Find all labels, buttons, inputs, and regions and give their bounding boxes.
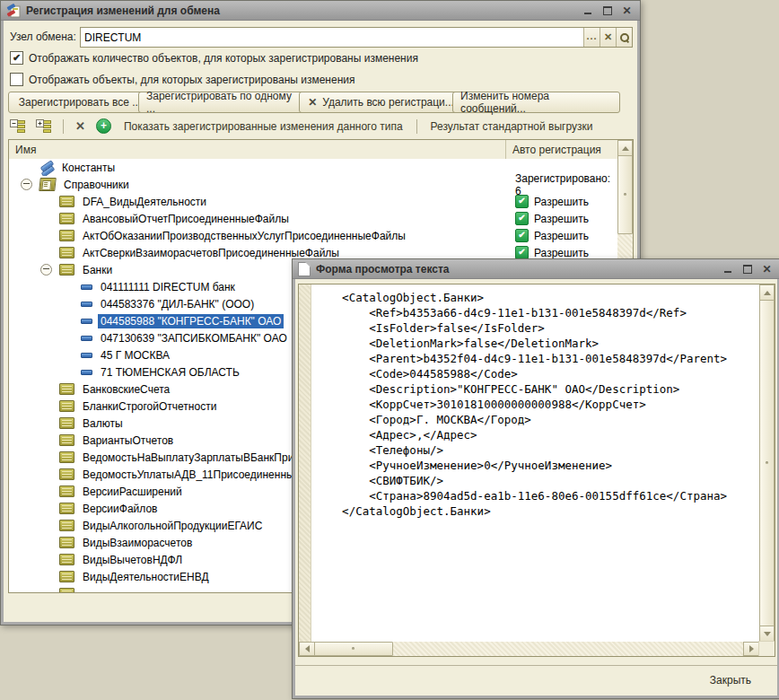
tree-name-cell: ВерсииФайлов <box>9 500 160 517</box>
exchange-node-input[interactable] <box>81 28 583 47</box>
tree-item-label: ВидыВычетовНДФЛ <box>80 553 185 567</box>
folder-icon <box>59 230 74 241</box>
tree-item-label: ВедомостьНаВыплатуЗарплатыВБанкПрисоеди <box>80 451 326 465</box>
xml-line: </CatalogObject.Банки> <box>315 503 759 519</box>
folder-icon <box>59 264 74 276</box>
tree-item-label: Банки <box>80 263 115 277</box>
folder-icon <box>59 537 74 548</box>
show-registered-changes-button[interactable]: Показать зарегистрированные изменения да… <box>120 118 407 136</box>
scroll-up-icon[interactable] <box>617 140 633 156</box>
expander-minus-icon[interactable] <box>21 179 32 190</box>
tree-name-cell: 041111111 DIRECTUM банк <box>9 278 238 295</box>
scroll-up-icon[interactable] <box>759 284 775 301</box>
xml-line: <КоррСчет>30101810000000000988</КоррСчет… <box>315 397 759 412</box>
auto-reg-value: Разрешить <box>534 213 589 225</box>
xml-line: <DeletionMark>false</DeletionMark> <box>315 336 759 351</box>
xml-line: <CatalogObject.Банки> <box>315 290 759 305</box>
minimize-icon[interactable] <box>582 4 593 16</box>
tree-item-label: 041111111 DIRECTUM банк <box>98 280 238 294</box>
close-icon[interactable] <box>761 263 773 275</box>
change-message-numbers-button[interactable]: Изменить номера сообщений... <box>452 92 620 113</box>
document-icon <box>298 262 311 276</box>
tree-scrollbar-thumb[interactable] <box>617 155 633 234</box>
folder-icon <box>59 400 74 412</box>
allow-check-icon <box>515 212 529 225</box>
register-one-button[interactable]: Зарегистрировать по одному ... <box>138 92 311 113</box>
maximize-icon[interactable] <box>601 4 613 16</box>
register-all-label: Зарегистрировать все ... <box>19 96 142 109</box>
main-window-title: Регистрация изменений для обмена <box>26 4 576 17</box>
show-objects-row: Отображать объекты, для которых зарегист… <box>10 73 355 86</box>
register-one-label: Зарегистрировать по одному ... <box>146 90 302 115</box>
table-row[interactable]: АвансовыйОтчетПрисоединенныеФайлыРазреши… <box>9 210 617 227</box>
add-circle-icon <box>96 118 111 134</box>
exchange-node-label: Узел обмена: <box>10 31 76 43</box>
open-button[interactable] <box>616 28 632 47</box>
text-horizontal-scrollbar[interactable] <box>299 642 759 656</box>
tree-item-label: АвансовыйОтчетПрисоединенныеФайлы <box>80 212 292 226</box>
collapse-all-button[interactable] <box>8 118 27 136</box>
show-count-checkbox[interactable] <box>10 51 23 65</box>
xml-text[interactable]: <CatalogObject.Банки> <Ref>b4353a66-d4c9… <box>311 284 759 642</box>
xml-line: <Description>"КОНГРЕСС-БАНК" ОАО</Descri… <box>315 381 759 397</box>
column-header-auto-reg[interactable]: Авто регистрация <box>506 140 617 159</box>
allow-check-icon <box>515 246 529 259</box>
column-header-name[interactable]: Имя <box>9 140 506 159</box>
xml-line: <Code>044585988</Code> <box>315 366 759 381</box>
add-registration-button[interactable] <box>94 118 113 136</box>
table-row[interactable]: АктОбОказанииПроизводственныхУслугПрисое… <box>9 227 617 244</box>
tree-item-label: 044583376 "ДИЛ-БАНК" (ООО) <box>98 297 257 311</box>
dash-icon <box>81 302 92 307</box>
text-hscroll-thumb[interactable] <box>314 642 393 656</box>
allow-check-icon <box>515 229 529 242</box>
register-all-button[interactable]: Зарегистрировать все ... <box>8 92 152 113</box>
xml-line: <Адрес>,</Адрес> <box>315 427 759 442</box>
choose-button[interactable] <box>583 28 600 47</box>
auto-reg-value: Разрешить <box>534 196 589 208</box>
folder-icon <box>59 417 74 429</box>
command-bar-separator <box>295 665 777 666</box>
xml-line: <Страна>8904ad5d-ea1b-11e6-80e6-00155dff… <box>315 488 759 503</box>
delete-all-registration-button[interactable]: Удалить всю регистраци... <box>299 92 463 113</box>
dash-icon <box>81 370 92 375</box>
close-icon[interactable] <box>621 4 633 16</box>
expander-minus-icon[interactable] <box>40 264 52 276</box>
scroll-right-icon[interactable] <box>743 642 759 656</box>
scroll-down-icon[interactable] <box>759 626 775 642</box>
table-row[interactable]: DFA_ВидыДеятельностиРазрешить <box>9 193 617 210</box>
text-window-title: Форма просмотра текста <box>316 263 716 276</box>
text-vertical-scrollbar[interactable] <box>759 284 775 642</box>
expand-all-button[interactable] <box>34 118 53 136</box>
text-vscroll-thumb[interactable] <box>759 300 775 626</box>
close-text-window-button[interactable]: Закрыть <box>705 671 757 689</box>
folder-icon <box>59 247 74 258</box>
constants-icon <box>39 162 54 174</box>
tree-name-cell: DFA_ВидыДеятельности <box>9 193 209 210</box>
dash-icon <box>81 319 92 324</box>
tree-item-label: ВедомостьУплатыАДВ_11ПрисоединенныеФай <box>80 468 323 482</box>
xml-textarea[interactable]: <CatalogObject.Банки> <Ref>b4353a66-d4c9… <box>298 284 775 657</box>
main-titlebar[interactable]: Регистрация изменений для обмена <box>1 1 640 21</box>
standard-export-result-button[interactable]: Результат стандартной выгрузки <box>427 118 597 136</box>
folder-icon <box>59 213 74 224</box>
show-objects-checkbox[interactable] <box>10 73 23 86</box>
tree-name-cell: ВидыВзаиморасчетов <box>9 534 195 551</box>
xml-line: <Телефоны/> <box>315 442 759 458</box>
maximize-icon[interactable] <box>741 263 753 275</box>
table-row[interactable]: СправочникиЗарегистрировано: 6 <box>9 176 617 193</box>
tree-item-label: ВерсииРасширений <box>80 485 185 499</box>
toolbar-separator-2 <box>416 119 417 134</box>
tree-item-label: БанковскиеСчета <box>80 382 172 397</box>
tree-item-label: 047130639 "ЗАПСИБКОМБАНК" ОАО <box>98 331 290 346</box>
tree-name-cell: БанковскиеСчета <box>9 381 172 398</box>
tree-toolbar: Показать зарегистрированные изменения да… <box>8 116 631 136</box>
delete-registration-icon[interactable] <box>74 118 87 136</box>
editor-gutter <box>299 284 311 642</box>
xml-line: <РучноеИзменение>0</РучноеИзменение> <box>315 458 759 473</box>
clear-button[interactable] <box>600 28 616 47</box>
scroll-left-icon[interactable] <box>299 642 315 656</box>
collapse-all-icon <box>10 119 25 133</box>
minimize-icon[interactable] <box>722 263 733 275</box>
tree-name-cell: 044583376 "ДИЛ-БАНК" (ООО) <box>9 295 257 312</box>
text-window-titlebar[interactable]: Форма просмотра текста <box>293 259 779 279</box>
